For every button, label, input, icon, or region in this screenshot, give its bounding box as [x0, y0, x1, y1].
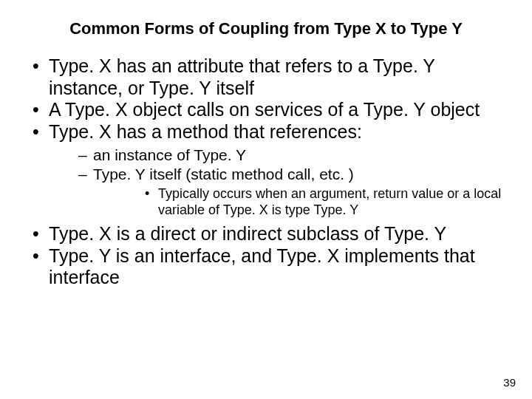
sub-bullet-item: an instance of Type. Y: [49, 146, 511, 165]
subsub-bullet-list: Typically occurs when an argument, retur…: [93, 186, 511, 219]
bullet-item: A Type. X object calls on services of a …: [21, 99, 511, 121]
bullet-text: Type. Y itself (static method call, etc.…: [93, 166, 354, 183]
bullet-text: Type. Y is an interface, and Type. X imp…: [49, 245, 475, 288]
bullet-item: Type. X has a method that references: an…: [21, 121, 511, 219]
slide-body: Type. X has an attribute that refers to …: [21, 55, 511, 289]
bullet-text: an instance of Type. Y: [93, 146, 246, 163]
bullet-text: A Type. X object calls on services of a …: [49, 99, 480, 120]
bullet-item: Type. X has an attribute that refers to …: [21, 55, 511, 99]
sub-bullet-item: Type. Y itself (static method call, etc.…: [49, 165, 511, 219]
sub-bullet-list: an instance of Type. Y Type. Y itself (s…: [49, 146, 511, 219]
slide-title: Common Forms of Coupling from Type X to …: [41, 19, 491, 38]
subsub-bullet-item: Typically occurs when an argument, retur…: [93, 186, 511, 219]
bullet-text: Type. X has a method that references:: [49, 121, 362, 142]
page-number: 39: [503, 376, 516, 389]
bullet-text: Typically occurs when an argument, retur…: [158, 186, 501, 217]
bullet-item: Type. X is a direct or indirect subclass…: [21, 223, 511, 245]
bullet-item: Type. Y is an interface, and Type. X imp…: [21, 245, 511, 289]
bullet-text: Type. X has an attribute that refers to …: [49, 55, 435, 98]
bullet-text: Type. X is a direct or indirect subclass…: [49, 223, 446, 244]
bullet-list: Type. X has an attribute that refers to …: [21, 55, 511, 289]
slide: Common Forms of Coupling from Type X to …: [0, 0, 532, 399]
